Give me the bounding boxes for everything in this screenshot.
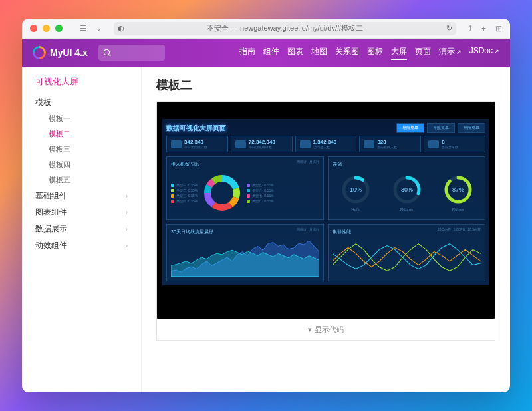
nav-item-3[interactable]: 地图	[311, 46, 327, 60]
gauge: 10%Hdfs	[340, 174, 371, 211]
sidebar-toggle-icon[interactable]: ☰	[80, 24, 86, 33]
chevron-dropdown-icon[interactable]: ⌄	[96, 24, 102, 33]
dashboard: 数据可视化大屏页面 导航菜单导航菜单导航菜单 342,343今日访问统计数72,…	[162, 119, 489, 285]
panel-badge: 25.5内存	[438, 227, 451, 231]
nav-item-5[interactable]: 图标	[367, 46, 383, 60]
minimize-window-icon[interactable]	[43, 25, 50, 32]
dashboard-tabs: 导航菜单导航菜单导航菜单	[396, 123, 485, 133]
legend-item: 类型五0.55%	[247, 183, 273, 187]
legend-item: 类型七0.55%	[247, 194, 273, 198]
line-chart	[332, 238, 481, 277]
browser-window: ☰ ⌄ ◐ 不安全 — newgateway.gitee.io/my/ui/dv…	[22, 19, 510, 392]
svg-text:87%: 87%	[452, 186, 464, 193]
donut-chart	[203, 174, 241, 212]
address-bar[interactable]: ◐ 不安全 — newgateway.gitee.io/my/ui/dv/#模板…	[114, 22, 456, 35]
legend-item: 类型四0.55%	[171, 199, 198, 203]
sidebar-item[interactable]: 模板四	[22, 157, 141, 172]
shield-icon: ◐	[118, 24, 124, 33]
new-tab-icon[interactable]: +	[481, 24, 486, 33]
chevron-right-icon: ›	[126, 225, 128, 233]
sidebar-group-2[interactable]: 图表组件›	[22, 204, 141, 221]
external-link-icon: ↗	[494, 48, 499, 55]
titlebar-left-icons: ☰ ⌄	[80, 24, 102, 33]
legend-item: 类型二0.55%	[171, 188, 198, 192]
sidebar-group-0[interactable]: 模板	[22, 94, 141, 111]
panel-area: 30天日均线流量展形 周统计月统计	[166, 224, 324, 281]
main-content: 模板二 数据可视化大屏页面 导航菜单导航菜单导航菜单 342,343今日访问统计…	[142, 67, 510, 392]
legend-item: 类型一0.55%	[171, 183, 198, 187]
legend-item: 类型八0.55%	[247, 199, 273, 203]
reload-icon[interactable]: ↻	[446, 24, 452, 33]
stat-icon	[428, 140, 439, 148]
nav-item-4[interactable]: 关系图	[335, 46, 359, 60]
svg-text:10%: 10%	[349, 186, 361, 193]
nav-item-8[interactable]: 演示↗	[439, 46, 462, 60]
titlebar: ☰ ⌄ ◐ 不安全 — newgateway.gitee.io/my/ui/dv…	[22, 19, 510, 39]
zoom-window-icon[interactable]	[55, 25, 63, 32]
main-nav: 指南组件图表地图关系图图标大屏页面演示↗JSDoc↗	[239, 46, 499, 60]
sidebar-item[interactable]: 模板一	[22, 111, 141, 126]
panel-gauges: 存储 10%Hdfs30%Rdbms87%Rdbes	[328, 156, 485, 220]
panel-donut: 接入机型占比 周统计月统计 类型一0.55%类型二0.55%类型三0.55%类型…	[166, 156, 324, 220]
external-link-icon: ↗	[456, 49, 462, 55]
stat-icon	[364, 140, 374, 148]
sidebar-item[interactable]: 模板二	[22, 126, 141, 142]
stat-icon	[235, 140, 246, 148]
app-header: MyUI 4.x 指南组件图表地图关系图图标大屏页面演示↗JSDoc↗	[22, 39, 510, 67]
nav-item-9[interactable]: JSDoc↗	[469, 46, 499, 60]
dashboard-tab[interactable]: 导航菜单	[396, 123, 424, 133]
sidebar-item[interactable]: 模板三	[22, 142, 141, 157]
nav-item-2[interactable]: 图表	[287, 46, 303, 60]
chevron-right-icon: ›	[126, 192, 128, 200]
nav-item-6[interactable]: 大屏	[391, 46, 407, 60]
stat-card: 323当前在线人数	[359, 136, 421, 152]
sidebar-group-4[interactable]: 动效组件›	[22, 237, 141, 254]
sidebar-item[interactable]: 模板五	[22, 172, 141, 188]
brand-name: MyUI 4.x	[50, 47, 88, 58]
sidebar-group-1[interactable]: 基础组件›	[22, 188, 141, 204]
nav-item-0[interactable]: 指南	[239, 46, 255, 60]
search-input[interactable]	[98, 45, 165, 61]
nav-item-1[interactable]: 组件	[263, 46, 279, 60]
sidebar-group-3[interactable]: 数据展示›	[22, 221, 141, 237]
panel-badge: 周统计	[297, 160, 307, 164]
sidebar-title: 可视化大屏	[22, 76, 141, 94]
stat-card: 72,342,343今日浏览统计数	[231, 136, 293, 152]
panel-lines: 集群性能 25.5内存6.0CPU10.5内存	[328, 224, 485, 281]
stat-icon	[300, 140, 311, 148]
area-chart	[171, 238, 319, 277]
legend-item: 类型六0.55%	[247, 188, 273, 192]
legend-item: 类型三0.55%	[171, 194, 198, 198]
svg-point-0	[104, 49, 109, 55]
titlebar-right-icons: ⤴ + ⊞	[468, 24, 502, 33]
sidebar: 可视化大屏 模板模板一模板二模板三模板四模板五基础组件›图表组件›数据展示›动效…	[22, 67, 142, 392]
panel-badge: 月统计	[309, 227, 319, 231]
tabs-overview-icon[interactable]: ⊞	[495, 24, 502, 33]
stats-row: 342,343今日访问统计数72,342,343今日浏览统计数1,342,343…	[166, 136, 485, 152]
dashboard-tab[interactable]: 导航菜单	[458, 123, 485, 133]
share-icon[interactable]: ⤴	[468, 24, 472, 33]
dashboard-tab[interactable]: 导航菜单	[427, 123, 455, 133]
url-text: 不安全 — newgateway.gitee.io/my/ui/dv/#模板二	[207, 23, 363, 33]
panel-badge: 10.5内存	[467, 227, 481, 231]
panel-badge: 6.0CPU	[454, 227, 466, 231]
nav-item-7[interactable]: 页面	[415, 46, 431, 60]
svg-text:30%: 30%	[400, 186, 412, 193]
page-title: 模板二	[156, 77, 495, 93]
brand-logo[interactable]: MyUI 4.x	[33, 46, 88, 59]
dashboard-title: 数据可视化大屏页面	[166, 124, 226, 133]
show-code-toggle[interactable]: ▾ 显示代码	[156, 319, 495, 341]
logo-icon	[30, 43, 49, 62]
gauge: 87%Rdbes	[443, 174, 473, 211]
stat-card: 1,342,343访问总人数	[295, 136, 357, 152]
close-window-icon[interactable]	[30, 25, 37, 32]
stat-card: 8当前异常数	[424, 136, 485, 152]
app-body: 可视化大屏 模板模板一模板二模板三模板四模板五基础组件›图表组件›数据展示›动效…	[22, 67, 510, 392]
chevron-right-icon: ›	[126, 209, 128, 216]
stat-card: 342,343今日访问统计数	[166, 136, 228, 152]
search-icon	[102, 48, 112, 57]
traffic-lights	[30, 25, 63, 32]
panel-badge: 月统计	[309, 160, 319, 164]
chevron-down-icon: ▾	[308, 325, 314, 333]
gauge: 30%Rdbms	[392, 174, 422, 211]
